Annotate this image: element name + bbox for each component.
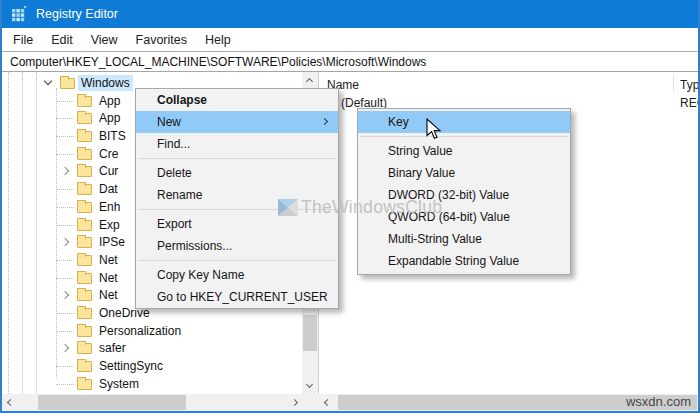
scroll-right-icon[interactable] — [291, 399, 298, 406]
tree-connector — [56, 101, 74, 102]
new-submenu: Key String Value Binary Value DWORD (32-… — [357, 108, 571, 275]
folder-icon — [77, 255, 92, 266]
context-menu-item-delete[interactable]: Delete — [136, 162, 338, 184]
tree-connector — [56, 331, 74, 332]
tree-item-label: Enh — [96, 199, 123, 215]
registry-editor-window: Registry Editor File Edit View Favorites… — [0, 0, 700, 413]
folder-icon — [77, 326, 92, 337]
folder-icon — [77, 149, 92, 160]
context-menu-item-goto-hkcu[interactable]: Go to HKEY_CURRENT_USER — [136, 286, 338, 308]
folder-icon — [77, 361, 92, 372]
submenu-item-key[interactable]: Key — [358, 111, 570, 133]
submenu-item-expandable-string-value[interactable]: Expandable String Value — [358, 250, 570, 272]
folder-icon — [77, 166, 92, 177]
scroll-down-icon[interactable] — [306, 381, 313, 388]
tree-item-label: SettingSync — [96, 358, 166, 374]
scrollbar-thumb[interactable] — [38, 395, 186, 410]
tree-connector — [56, 189, 74, 190]
mouse-cursor-icon — [426, 118, 443, 145]
chevron-right-icon[interactable] — [61, 291, 69, 299]
menu-separator — [138, 158, 336, 159]
folder-icon — [77, 308, 92, 319]
folder-icon — [77, 343, 92, 354]
folder-icon — [77, 202, 92, 213]
tree-connector — [56, 136, 74, 137]
chevron-right-icon[interactable] — [61, 344, 69, 352]
tree-item-label: BITS — [96, 128, 129, 144]
scroll-up-icon[interactable] — [306, 78, 313, 85]
context-menu-item-find[interactable]: Find... — [136, 133, 338, 155]
context-menu-item-copy-key-name[interactable]: Copy Key Name — [136, 264, 338, 286]
scroll-left-icon[interactable] — [324, 399, 331, 406]
menu-view[interactable]: View — [82, 31, 127, 49]
menu-item-label: New — [157, 115, 181, 129]
tree-item-label: Cre — [96, 146, 121, 162]
tree-item-label: System — [96, 376, 142, 392]
tree-item-label: Net — [96, 270, 121, 286]
address-path: Computer\HKEY_LOCAL_MACHINE\SOFTWARE\Pol… — [10, 55, 426, 69]
tree-item-label: Cur — [96, 163, 121, 179]
menu-separator — [138, 260, 336, 261]
tree-item-label: Personalization — [96, 323, 184, 339]
folder-icon — [77, 184, 92, 195]
menu-help[interactable]: Help — [196, 31, 240, 49]
tree-connector — [56, 260, 74, 261]
folder-icon — [77, 96, 92, 107]
menu-favorites[interactable]: Favorites — [127, 31, 196, 49]
chevron-down-icon[interactable] — [44, 77, 52, 85]
folder-icon — [77, 220, 92, 231]
context-menu-item-collapse[interactable]: Collapse — [136, 89, 338, 111]
watermark-center: TheWindowsClub — [278, 197, 442, 218]
scroll-left-icon[interactable] — [7, 399, 14, 406]
folder-icon — [60, 78, 75, 89]
tree-connector — [56, 118, 74, 119]
chevron-right-icon[interactable] — [61, 238, 69, 246]
tree-item-label: Net — [96, 252, 121, 268]
folder-icon — [77, 131, 92, 142]
address-bar[interactable]: Computer\HKEY_LOCAL_MACHINE\SOFTWARE\Pol… — [2, 51, 698, 72]
thewindowsclub-logo-icon — [278, 199, 298, 216]
tree-item-label: IPSe — [96, 234, 128, 250]
submenu-item-string-value[interactable]: String Value — [358, 140, 570, 162]
tree-item-label: Dat — [96, 181, 121, 197]
context-menu-item-permissions[interactable]: Permissions... — [136, 235, 338, 257]
menu-bar: File Edit View Favorites Help — [2, 28, 698, 51]
watermark-bottom: wsxdn.com — [626, 394, 691, 409]
tree-item-personalization[interactable]: Personalization — [2, 322, 303, 340]
title-bar: Registry Editor — [2, 0, 698, 28]
tree-item-label: App — [96, 110, 123, 126]
tree-connector — [56, 278, 74, 279]
context-menu-item-new[interactable]: New — [136, 111, 338, 133]
tree-connector — [56, 384, 74, 385]
column-divider[interactable] — [673, 75, 674, 92]
tree-item-label: Net — [96, 287, 121, 303]
folder-icon — [77, 379, 92, 390]
tree-item-system[interactable]: System — [2, 375, 303, 393]
submenu-arrow-icon — [321, 118, 328, 125]
value-type: REG_SZ — [680, 96, 698, 110]
tree-item-safer[interactable]: safer — [2, 339, 303, 357]
tree-connector — [56, 154, 74, 155]
scrollbar-thumb[interactable] — [303, 315, 317, 351]
tree-connector — [56, 313, 74, 314]
folder-icon — [77, 237, 92, 248]
folder-icon — [77, 113, 92, 124]
tree-item-label: Exp — [96, 217, 123, 233]
menu-edit[interactable]: Edit — [42, 31, 82, 49]
column-header-type[interactable]: Type — [680, 78, 698, 92]
submenu-item-binary-value[interactable]: Binary Value — [358, 162, 570, 184]
window-title: Registry Editor — [36, 7, 118, 21]
watermark-text: TheWindowsClub — [301, 197, 442, 218]
registry-editor-app-icon — [11, 6, 27, 22]
tree-item-label: App — [96, 93, 123, 109]
menu-file[interactable]: File — [4, 31, 42, 49]
tree-item-label: safer — [96, 340, 129, 356]
submenu-item-multi-string-value[interactable]: Multi-String Value — [358, 228, 570, 250]
tree-connector — [56, 225, 74, 226]
chevron-right-icon[interactable] — [61, 167, 69, 175]
tree-item-settingsync[interactable]: SettingSync — [2, 357, 303, 375]
tree-item-label: Windows — [78, 75, 133, 91]
menu-separator — [360, 136, 568, 137]
folder-icon — [77, 273, 92, 284]
tree-horizontal-scrollbar[interactable] — [2, 394, 319, 411]
